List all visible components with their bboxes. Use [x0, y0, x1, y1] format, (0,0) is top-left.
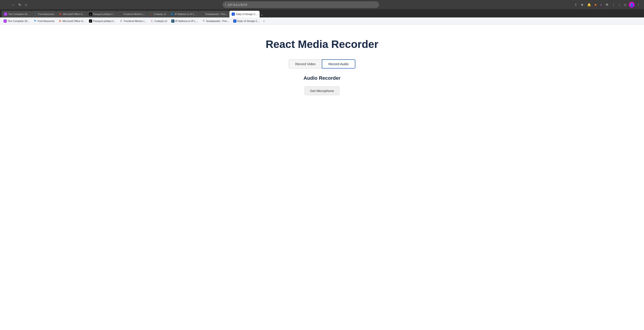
tab-3[interactable]: M Microsoft Office H... — [56, 11, 86, 18]
tab-label-6: Codeply v2 — [154, 13, 166, 16]
bookmark-label-2: Font Awesome — [38, 20, 54, 22]
extensions-button[interactable]: ⚒ — [604, 2, 610, 8]
bookmark-favicon-2: ⚑ — [34, 20, 37, 23]
bookmark-item-9[interactable]: U Daily UI Design C... — [232, 19, 262, 23]
get-microphone-button[interactable]: Get Microphone — [304, 86, 340, 95]
bookmark-favicon-5: F — [120, 20, 123, 23]
bookmark-item-8[interactable]: ⠿ Sneakpeekit - Prin... — [200, 19, 231, 23]
tab-favicon-9: U — [232, 13, 235, 16]
bell-button[interactable]: 🔔 — [586, 2, 592, 8]
bookmark-favicon-3: M — [58, 20, 62, 23]
bookmark-item-5[interactable]: F Frontend Mentor |... — [118, 19, 148, 23]
tab-label-1: The Complete 20... — [8, 13, 29, 16]
record-audio-tab[interactable]: Record Audio — [322, 59, 355, 69]
tab-9[interactable]: U Daily UI Design C... — [230, 11, 260, 18]
tab-favicon-1: U — [4, 13, 7, 16]
tab-favicon-2: f — [34, 13, 37, 16]
tabs-bar: U The Complete 20... f Font Awesome M Mi… — [0, 10, 644, 18]
home-button[interactable]: ⌂ — [24, 2, 28, 8]
tab-5[interactable]: F Frontend Mentor |... — [117, 11, 147, 18]
download-button[interactable]: ↓ — [618, 2, 622, 8]
bookmarks-bar: U The Complete 20... ⚑ Font Awesome M Mi… — [0, 18, 644, 25]
menu-button[interactable]: ⋮ — [636, 2, 641, 8]
nav-buttons: ← → ↻ ⌂ — [3, 2, 28, 8]
tab-favicon-6: C — [150, 13, 153, 16]
tab-label-4: Passport.jshttps://... — [93, 13, 115, 16]
bookmark-item-2[interactable]: ⚑ Font Awesome — [32, 19, 56, 23]
bookmark-favicon-1: U — [4, 20, 7, 23]
split-button[interactable]: ◻ — [622, 2, 628, 8]
share-button[interactable]: ⇧ — [573, 2, 578, 8]
tab-favicon-4: p — [89, 13, 92, 16]
section-title: Audio Recorder — [304, 75, 340, 81]
bookmark-item-6[interactable]: C Codeply v2 — [148, 19, 169, 23]
tabs-more-button[interactable]: » — [260, 13, 264, 18]
bookmark-label-4: Passport.jshttps://... — [93, 20, 116, 22]
tab-buttons: Record Video Record Audio — [289, 59, 355, 69]
bookmark-label-7: IP Address to IP L... — [175, 20, 198, 22]
bookmark-favicon-7: IP — [171, 20, 174, 23]
grids-button[interactable]: ⋮ — [611, 2, 616, 8]
tab-label-5: Frontend Mentor |... — [124, 13, 145, 16]
browser-toolbar: ← → ↻ ⌂ ℹ 127.0.0.1:5173 ⇧ ★ 🔔 ■ ● ⚒ ⋮ ↓… — [0, 0, 644, 10]
browser-chrome: ← → ↻ ⌂ ℹ 127.0.0.1:5173 ⇧ ★ 🔔 ■ ● ⚒ ⋮ ↓… — [0, 0, 644, 25]
bookmark-button[interactable]: ★ — [580, 2, 585, 8]
bookmark-label-1: The Complete 20... — [8, 20, 30, 22]
security-icon: ℹ — [225, 3, 226, 6]
tab-label-8: Sneakpeekit - Prin... — [205, 13, 227, 16]
bookmarks-more-button[interactable]: » — [262, 19, 266, 23]
bookmark-label-8: Sneakpeekit - Prin... — [206, 20, 229, 22]
tab-label-9: Daily UI Design C... — [236, 13, 258, 16]
color-button[interactable]: ■ — [593, 2, 598, 8]
record-video-tab[interactable]: Record Video — [289, 59, 322, 69]
tab-8[interactable]: ⠿ Sneakpeekit - Prin... — [198, 11, 230, 18]
bookmark-item-4[interactable]: p Passport.jshttps://... — [87, 19, 118, 23]
page-title: React Media Recorder — [266, 38, 378, 50]
tab-4[interactable]: p Passport.jshttps://... — [87, 11, 117, 18]
toolbar-actions: ⇧ ★ 🔔 ■ ● ⚒ ⋮ ↓ ◻ 👤 ⋮ — [573, 2, 641, 8]
tab-label-3: Microsoft Office H... — [63, 13, 84, 16]
tab-label-2: Font Awesome — [38, 13, 54, 16]
bookmark-item-1[interactable]: U The Complete 20... — [2, 19, 31, 23]
reload-button[interactable]: ↻ — [17, 2, 22, 8]
tab-favicon-5: F — [119, 13, 122, 16]
bookmark-item-3[interactable]: M Microsoft Office H... — [57, 19, 87, 23]
bookmark-favicon-8: ⠿ — [202, 20, 205, 23]
tab-label-7: IP Address to IP L... — [175, 13, 196, 16]
tab-favicon-7: IP — [170, 13, 174, 16]
forward-button[interactable]: → — [10, 2, 16, 8]
tab-favicon-8: ⠿ — [201, 13, 204, 16]
tab-2[interactable]: f Font Awesome — [32, 11, 56, 18]
bookmark-favicon-6: C — [150, 20, 154, 23]
profile-avatar[interactable]: 👤 — [629, 2, 634, 8]
bookmark-label-6: Codeply v2 — [154, 20, 167, 22]
tab-7[interactable]: IP IP Address to IP L... — [168, 11, 199, 18]
bookmark-favicon-9: U — [233, 20, 236, 23]
bookmark-label-9: Daily UI Design C... — [237, 20, 260, 22]
bookmark-label-3: Microsoft Office H... — [62, 20, 85, 22]
profile-circle[interactable]: ● — [599, 2, 603, 8]
back-button[interactable]: ← — [3, 2, 9, 8]
bookmark-label-5: Frontend Mentor |... — [124, 20, 146, 22]
page-content: React Media Recorder Record Video Record… — [0, 25, 644, 330]
tab-6[interactable]: C Codeply v2 — [147, 11, 168, 18]
url-display: 127.0.0.1:5173 — [228, 3, 376, 7]
bookmark-item-7[interactable]: IP IP Address to IP L... — [170, 19, 200, 23]
tab-1[interactable]: U The Complete 20... — [2, 11, 32, 18]
tab-favicon-3: M — [58, 13, 62, 16]
bookmark-favicon-4: p — [89, 20, 92, 23]
address-bar[interactable]: ℹ 127.0.0.1:5173 — [222, 1, 379, 8]
